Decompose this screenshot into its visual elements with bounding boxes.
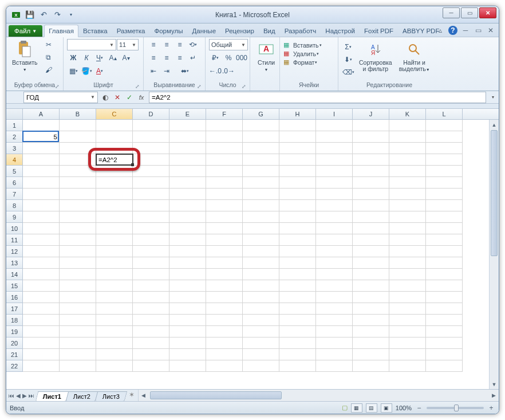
sheet-nav-last-icon[interactable]: ⏭: [29, 392, 34, 399]
cell-D11[interactable]: [133, 234, 169, 246]
cell-J14[interactable]: [353, 269, 389, 280]
cell-L12[interactable]: [426, 246, 463, 257]
horizontal-scrollbar[interactable]: ◀ ▶: [138, 390, 499, 401]
cell-L9[interactable]: [426, 211, 463, 223]
column-header-K[interactable]: K: [389, 109, 426, 119]
row-header-9[interactable]: 9: [6, 211, 23, 223]
zoom-in-icon[interactable]: +: [487, 404, 495, 412]
number-format-combo[interactable]: Общий▼: [209, 39, 248, 50]
cell-C16[interactable]: [96, 292, 133, 303]
cell-A17[interactable]: [23, 303, 60, 315]
cell-E5[interactable]: [169, 166, 206, 177]
file-tab[interactable]: Файл▼: [9, 25, 42, 37]
cell-F16[interactable]: [206, 292, 243, 303]
tab-review[interactable]: Рецензир: [220, 25, 259, 37]
cell-I17[interactable]: [316, 303, 353, 315]
tab-layout[interactable]: Разметка: [112, 25, 150, 37]
cell-I1[interactable]: [316, 120, 353, 131]
row-header-4[interactable]: 4: [6, 154, 23, 166]
doc-close-icon[interactable]: ✕: [486, 26, 495, 35]
cell-K5[interactable]: [389, 166, 426, 177]
sheet-tab-1[interactable]: Лист1: [35, 391, 69, 401]
cell-I14[interactable]: [316, 269, 353, 280]
cell-F11[interactable]: [206, 234, 243, 246]
doc-minimize-icon[interactable]: ─: [461, 26, 470, 35]
row-header-20[interactable]: 20: [6, 337, 23, 349]
cell-H6[interactable]: [279, 177, 316, 189]
wrap-icon[interactable]: ↵: [187, 52, 199, 64]
font-name-combo[interactable]: ▼: [67, 39, 116, 50]
cell-A1[interactable]: [23, 120, 60, 131]
cell-I15[interactable]: [316, 280, 353, 292]
row-header-19[interactable]: 19: [6, 326, 23, 337]
cell-L19[interactable]: [426, 326, 463, 337]
cell-L20[interactable]: [426, 337, 463, 349]
font-color-icon[interactable]: А▾: [93, 65, 106, 77]
cell-K17[interactable]: [389, 303, 426, 315]
row-header-7[interactable]: 7: [6, 189, 23, 200]
help-icon[interactable]: ?: [448, 26, 457, 35]
cell-G16[interactable]: [243, 292, 279, 303]
cell-E12[interactable]: [169, 246, 206, 257]
row-header-22[interactable]: 22: [6, 360, 23, 372]
cell-I4[interactable]: [316, 154, 353, 166]
cell-H15[interactable]: [279, 280, 316, 292]
cell-C14[interactable]: [96, 269, 133, 280]
minimize-button[interactable]: ─: [443, 7, 460, 18]
cell-E6[interactable]: [169, 177, 206, 189]
cell-L5[interactable]: [426, 166, 463, 177]
cell-H11[interactable]: [279, 234, 316, 246]
cell-K12[interactable]: [389, 246, 426, 257]
cell-D20[interactable]: [133, 337, 169, 349]
cell-H16[interactable]: [279, 292, 316, 303]
cell-G19[interactable]: [243, 326, 279, 337]
cell-A15[interactable]: [23, 280, 60, 292]
cell-I2[interactable]: [316, 131, 353, 143]
cell-G2[interactable]: [243, 131, 279, 143]
cell-G20[interactable]: [243, 337, 279, 349]
function-wizard-icon[interactable]: ◐: [100, 92, 111, 103]
cell-B14[interactable]: [60, 269, 96, 280]
cell-G15[interactable]: [243, 280, 279, 292]
cell-B16[interactable]: [60, 292, 96, 303]
view-layout-icon[interactable]: ▤: [366, 403, 377, 413]
row-header-15[interactable]: 15: [6, 280, 23, 292]
cell-I6[interactable]: [316, 177, 353, 189]
cell-D12[interactable]: [133, 246, 169, 257]
cell-J22[interactable]: [353, 360, 389, 372]
fx-icon[interactable]: fx: [136, 92, 147, 103]
cell-C1[interactable]: [96, 120, 133, 131]
cell-G12[interactable]: [243, 246, 279, 257]
cell-H13[interactable]: [279, 257, 316, 269]
qat-more-icon[interactable]: ▾: [65, 9, 77, 21]
cell-E13[interactable]: [169, 257, 206, 269]
cell-D8[interactable]: [133, 200, 169, 211]
undo-icon[interactable]: ↶: [37, 9, 50, 21]
zoom-level[interactable]: 100%: [396, 405, 412, 411]
cell-C5[interactable]: [96, 166, 133, 177]
cell-A8[interactable]: [23, 200, 60, 211]
column-header-B[interactable]: B: [60, 109, 96, 119]
cell-J1[interactable]: [353, 120, 389, 131]
cell-E16[interactable]: [169, 292, 206, 303]
cell-B6[interactable]: [60, 177, 96, 189]
sheet-nav-next-icon[interactable]: ▶: [22, 392, 27, 399]
cell-I18[interactable]: [316, 315, 353, 326]
cell-H5[interactable]: [279, 166, 316, 177]
fill-color-icon[interactable]: 🪣▾: [80, 65, 93, 77]
clear-icon[interactable]: ⌫▾: [342, 66, 354, 78]
cell-F22[interactable]: [206, 360, 243, 372]
cell-G6[interactable]: [243, 177, 279, 189]
borders-icon[interactable]: ▦▾: [67, 65, 80, 77]
cell-K16[interactable]: [389, 292, 426, 303]
cell-L10[interactable]: [426, 223, 463, 234]
row-header-21[interactable]: 21: [6, 349, 23, 360]
new-sheet-icon[interactable]: ✶: [125, 390, 138, 401]
cell-E20[interactable]: [169, 337, 206, 349]
cell-B8[interactable]: [60, 200, 96, 211]
cell-I21[interactable]: [316, 349, 353, 360]
cell-D10[interactable]: [133, 223, 169, 234]
cell-D6[interactable]: [133, 177, 169, 189]
cell-E22[interactable]: [169, 360, 206, 372]
cell-A22[interactable]: [23, 360, 60, 372]
